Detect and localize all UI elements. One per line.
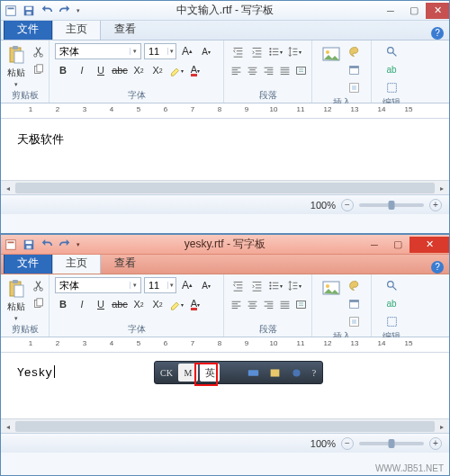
font-color-button[interactable]: A▾ [187,296,203,312]
italic-button[interactable]: I [74,296,90,312]
align-left-button[interactable] [230,296,243,312]
paste-button[interactable]: 粘贴 ▾ [6,43,26,88]
close-button[interactable]: ✕ [426,3,449,19]
font-name-combo[interactable]: ▾ [55,43,141,59]
zoom-in-button[interactable]: + [429,437,442,450]
shrink-font-button[interactable]: A▾ [198,43,214,59]
help-icon[interactable]: ? [431,27,444,40]
find-button[interactable] [383,277,400,293]
zoom-in-button[interactable]: + [429,199,442,211]
file-tab[interactable]: 文件 [4,18,52,40]
italic-button[interactable]: I [74,62,90,78]
paragraph-dialog-button[interactable] [294,296,308,312]
cut-button[interactable] [30,277,46,293]
underline-button[interactable]: U [93,296,109,312]
tab-view[interactable]: 查看 [101,18,149,40]
highlight-button[interactable]: ▾ [168,296,184,312]
inc-indent-button[interactable] [248,43,265,59]
insert-picture-button[interactable] [321,277,341,299]
zoom-out-button[interactable]: − [341,437,354,450]
insert-picture-button[interactable] [321,43,341,65]
scroll-thumb[interactable] [15,421,435,432]
zoom-out-button[interactable]: − [341,199,354,211]
insert-paint-button[interactable] [346,277,363,293]
horizontal-ruler[interactable]: 123456789101112131415 [1,337,449,353]
scroll-left-icon[interactable]: ◂ [1,419,15,434]
zoom-slider[interactable] [359,203,424,207]
replace-button[interactable]: ab [383,295,400,311]
bold-button[interactable]: B [55,296,71,312]
superscript-button[interactable]: X2 [149,62,166,78]
bold-button[interactable]: B [55,62,71,78]
minimize-button[interactable]: ─ [363,237,386,253]
grow-font-button[interactable]: A▴ [179,277,195,293]
qat-dropdown-icon[interactable]: ▾ [76,241,80,248]
select-all-button[interactable] [383,79,400,95]
strike-button[interactable]: abc [112,296,128,312]
find-button[interactable] [383,43,400,59]
copy-button[interactable] [30,295,46,311]
scroll-left-icon[interactable]: ◂ [1,181,15,195]
highlight-button[interactable]: ▾ [168,62,184,78]
cut-button[interactable] [30,43,46,59]
shrink-font-button[interactable]: A▾ [198,277,214,293]
save-icon[interactable] [22,238,35,251]
dec-indent-button[interactable] [230,277,246,293]
scroll-right-icon[interactable]: ▸ [435,419,449,434]
language-bar[interactable]: CK M 英 ? [154,361,323,384]
font-size-combo[interactable]: ▾ [144,43,176,59]
align-left-button[interactable] [230,62,243,78]
copy-button[interactable] [30,61,46,77]
select-all-button[interactable] [383,313,400,329]
tab-home[interactable]: 主页 [52,252,101,274]
align-center-button[interactable] [246,62,259,78]
redo-icon[interactable] [58,238,71,251]
replace-button[interactable]: ab [383,61,400,77]
font-size-input[interactable] [145,280,167,291]
bullets-button[interactable]: ▾ [267,43,284,59]
font-name-input[interactable] [56,46,130,57]
undo-icon[interactable] [40,238,53,251]
insert-object-button[interactable] [346,79,363,95]
maximize-button[interactable]: ▢ [386,237,410,253]
paragraph-dialog-button[interactable] [294,62,308,78]
line-spacing-button[interactable]: ▾ [286,277,302,293]
file-tab[interactable]: 文件 [4,252,52,274]
qat-dropdown-icon[interactable]: ▾ [76,7,80,14]
langbar-options-icon[interactable] [286,364,306,382]
dec-indent-button[interactable] [230,43,246,59]
langbar-ck[interactable]: CK [157,364,176,382]
inc-indent-button[interactable] [248,277,265,293]
zoom-slider[interactable] [359,442,424,445]
font-color-button[interactable]: A▾ [187,62,203,78]
grow-font-button[interactable]: A▴ [179,43,195,59]
font-size-input[interactable] [145,46,167,57]
align-right-button[interactable] [262,62,275,78]
document-area[interactable]: Yesky CK M 英 ? [1,353,449,418]
redo-icon[interactable] [58,4,71,17]
align-center-button[interactable] [246,296,259,312]
langbar-pad-icon[interactable] [265,364,284,382]
chevron-down-icon[interactable]: ▾ [167,282,176,289]
langbar-ime-toggle[interactable]: 英 [200,364,220,382]
chevron-down-icon[interactable]: ▾ [130,48,140,55]
horizontal-ruler[interactable]: 123456789101112131415 [1,103,449,119]
chevron-down-icon[interactable]: ▾ [130,282,140,289]
font-name-combo[interactable]: ▾ [55,277,141,293]
scroll-thumb[interactable] [15,183,435,193]
scroll-right-icon[interactable]: ▸ [435,181,449,195]
paste-button[interactable]: 粘贴 ▾ [6,277,26,322]
maximize-button[interactable]: ▢ [402,3,426,19]
strike-button[interactable]: abc [112,62,128,78]
superscript-button[interactable]: X2 [149,296,166,312]
font-size-combo[interactable]: ▾ [144,277,176,293]
bullets-button[interactable]: ▾ [267,277,284,293]
langbar-help-icon[interactable]: ? [308,364,320,382]
font-name-input[interactable] [56,280,130,291]
align-justify-button[interactable] [278,296,292,312]
langbar-keyboard-icon[interactable] [243,364,263,382]
tab-view[interactable]: 查看 [101,252,149,274]
langbar-m[interactable]: M [178,364,198,382]
line-spacing-button[interactable]: ▾ [286,43,302,59]
document-area[interactable]: 天极软件 [1,119,449,180]
